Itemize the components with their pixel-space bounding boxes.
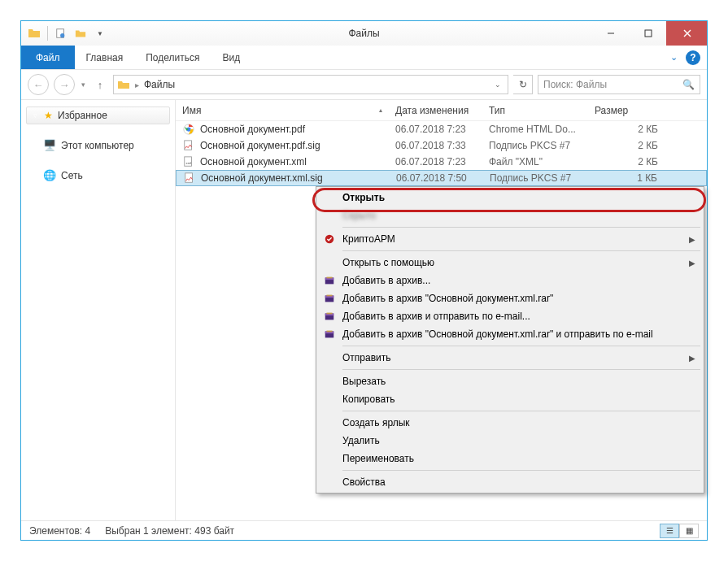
folder-icon xyxy=(117,78,130,91)
nav-network[interactable]: ▹ 🌐 Сеть xyxy=(21,166,175,185)
ctx-open-with[interactable]: Открыть с помощью▶ xyxy=(318,254,702,272)
submenu-arrow-icon: ▶ xyxy=(689,235,695,244)
explorer-window: ▼ Файлы Файл Главная Поделиться Вид ⌄ ? … xyxy=(20,20,708,541)
nav-this-pc[interactable]: ▹ 🖥️ Этот компьютер xyxy=(21,136,175,154)
file-date: 06.07.2018 7:50 xyxy=(390,172,483,184)
minimize-button[interactable] xyxy=(591,21,629,46)
nav-history-dropdown[interactable]: ▾ xyxy=(81,80,85,89)
nav-back-button[interactable]: ← xyxy=(28,74,49,95)
window-controls xyxy=(591,21,707,46)
file-row[interactable]: Основной документ.pdf 06.07.2018 7:23 Ch… xyxy=(176,121,707,137)
ctx-add-email[interactable]: Добавить в архив и отправить по e-mail..… xyxy=(318,307,702,325)
chevron-right-icon: ▹ xyxy=(33,172,37,180)
ctx-add-archive[interactable]: Добавить в архив... xyxy=(318,272,702,289)
file-row-selected[interactable]: Основной документ.xml.sig 06.07.2018 7:5… xyxy=(176,170,707,186)
ctx-send-to[interactable]: Отправить▶ xyxy=(318,349,702,367)
file-row[interactable]: xmlОсновной документ.xml 06.07.2018 7:23… xyxy=(176,154,707,170)
submenu-arrow-icon: ▶ xyxy=(689,354,695,363)
ctx-add-named-email[interactable]: Добавить в архив "Основной документ.xml.… xyxy=(318,325,702,343)
context-menu: Открыть Скрыто КриптоАРМ▶ Открыть с помо… xyxy=(316,186,704,494)
ctx-shortcut[interactable]: Создать ярлык xyxy=(318,414,702,432)
signature-icon xyxy=(182,139,195,152)
ctx-separator xyxy=(342,411,700,411)
ctx-cryptoarm[interactable]: КриптоАРМ▶ xyxy=(318,230,702,248)
file-name: Основной документ.pdf.sig xyxy=(200,140,320,151)
winrar-icon xyxy=(323,310,336,323)
computer-icon: 🖥️ xyxy=(43,139,56,151)
ctx-rename[interactable]: Переименовать xyxy=(318,450,702,468)
close-button[interactable] xyxy=(666,21,707,46)
details-view-button[interactable]: ☰ xyxy=(660,524,679,538)
search-icon: 🔍 xyxy=(682,79,695,90)
sort-indicator-icon: ▴ xyxy=(379,107,382,114)
file-size: 1 КБ xyxy=(589,172,706,184)
file-row[interactable]: Основной документ.pdf.sig 06.07.2018 7:3… xyxy=(176,137,707,154)
address-dropdown-icon[interactable]: ⌄ xyxy=(491,80,504,89)
system-folder-icon[interactable] xyxy=(26,25,42,41)
file-tab[interactable]: Файл xyxy=(21,46,75,69)
nav-favorites[interactable]: ▿ ★ Избранное xyxy=(26,107,170,124)
nav-up-button[interactable]: ↑ xyxy=(92,76,108,93)
qat-properties-icon[interactable] xyxy=(53,25,69,41)
window-title: Файлы xyxy=(348,28,379,39)
signature-icon xyxy=(183,172,196,185)
star-icon: ★ xyxy=(44,110,53,121)
file-date: 06.07.2018 7:33 xyxy=(389,140,482,151)
cryptoarm-icon xyxy=(323,233,336,246)
breadcrumb-sep: ▸ xyxy=(135,80,139,89)
column-headers: Имя▴ Дата изменения Тип Размер xyxy=(176,100,707,121)
ribbon-tabs: Файл Главная Поделиться Вид ⌄ ? xyxy=(21,46,707,70)
ctx-separator xyxy=(342,250,700,251)
file-type: Chrome HTML Do... xyxy=(482,124,588,135)
icons-view-button[interactable]: ▦ xyxy=(679,524,699,538)
ctx-separator xyxy=(342,470,700,471)
column-name[interactable]: Имя▴ xyxy=(176,105,389,116)
winrar-icon xyxy=(323,292,336,305)
file-type: Подпись PKCS #7 xyxy=(482,140,588,151)
help-button[interactable]: ? xyxy=(686,50,700,65)
column-type[interactable]: Тип xyxy=(482,105,588,116)
chrome-icon xyxy=(182,123,195,136)
ctx-separator xyxy=(342,227,700,228)
svg-rect-3 xyxy=(645,30,652,37)
refresh-button[interactable]: ↻ xyxy=(513,75,533,94)
search-placeholder: Поиск: Файлы xyxy=(543,79,607,90)
qat-newfolder-icon[interactable] xyxy=(72,25,89,41)
svg-point-1 xyxy=(60,33,64,37)
search-input[interactable]: Поиск: Файлы 🔍 xyxy=(538,75,700,94)
maximize-button[interactable] xyxy=(629,21,666,46)
ctx-open[interactable]: Открыть xyxy=(318,189,702,207)
file-name: Основной документ.xml xyxy=(200,156,307,167)
statusbar: Элементов: 4 Выбран 1 элемент: 493 байт … xyxy=(21,520,707,540)
ctx-delete[interactable]: Удалить xyxy=(318,432,702,450)
ctx-copy[interactable]: Копировать xyxy=(318,390,702,408)
ctx-properties[interactable]: Свойства xyxy=(318,473,702,491)
address-bar[interactable]: ▸ Файлы ⌄ xyxy=(113,75,508,94)
column-size[interactable]: Размер xyxy=(588,105,707,116)
file-name: Основной документ.pdf xyxy=(200,124,305,135)
file-size: 2 КБ xyxy=(588,124,707,135)
ribbon-expand-icon[interactable]: ⌄ xyxy=(670,52,678,63)
nav-forward-button[interactable]: → xyxy=(54,74,75,95)
ctx-separator xyxy=(342,346,700,346)
status-selection: Выбран 1 элемент: 493 байт xyxy=(105,525,234,537)
qat-dropdown-icon[interactable]: ▼ xyxy=(92,25,108,41)
breadcrumb-location[interactable]: Файлы xyxy=(144,79,175,90)
titlebar: ▼ Файлы xyxy=(21,21,707,46)
tab-home[interactable]: Главная xyxy=(75,46,135,69)
tab-view[interactable]: Вид xyxy=(211,46,251,69)
file-size: 2 КБ xyxy=(588,140,707,151)
file-type: Подпись PKCS #7 xyxy=(483,172,589,184)
view-buttons: ☰ ▦ xyxy=(660,524,699,538)
file-type: Файл "XML" xyxy=(482,156,588,167)
svg-text:xml: xml xyxy=(186,161,192,165)
ctx-blurred[interactable]: Скрыто xyxy=(318,207,702,224)
tab-share[interactable]: Поделиться xyxy=(134,46,211,69)
submenu-arrow-icon: ▶ xyxy=(689,259,695,267)
ctx-cut[interactable]: Вырезать xyxy=(318,372,702,390)
file-date: 06.07.2018 7:23 xyxy=(389,156,482,167)
column-date[interactable]: Дата изменения xyxy=(389,105,482,116)
ctx-add-archive-named[interactable]: Добавить в архив "Основной документ.xml.… xyxy=(318,289,702,307)
quick-access-toolbar: ▼ xyxy=(21,25,108,41)
winrar-icon xyxy=(323,328,336,341)
